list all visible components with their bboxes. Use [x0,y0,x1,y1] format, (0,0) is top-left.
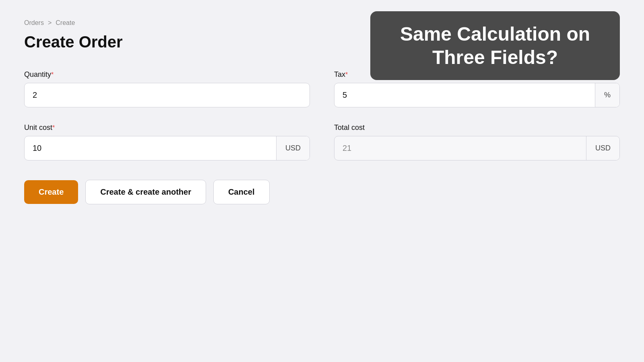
unit-cost-field-group: Unit cost* USD [24,123,310,160]
total-cost-suffix: USD [586,136,619,160]
create-another-button[interactable]: Create & create another [85,180,206,204]
tax-input[interactable] [334,83,595,107]
cancel-button[interactable]: Cancel [213,180,270,204]
unit-cost-label: Unit cost* [24,123,310,132]
form-grid: Quantity* Tax* % Unit cost* USD [24,70,620,160]
unit-cost-suffix: USD [276,136,310,160]
quantity-label: Quantity* [24,70,310,79]
tax-required-star: * [345,71,348,78]
tooltip-badge: Same Calculation on Three Fields? [370,11,620,80]
unit-cost-input-wrapper: USD [24,136,310,160]
quantity-input-wrapper [24,83,310,107]
actions-row: Create Create & create another Cancel [24,180,620,204]
tax-input-wrapper: % [334,83,620,107]
quantity-required-star: * [51,71,54,78]
tax-suffix: % [595,83,619,107]
breadcrumb-orders[interactable]: Orders [24,19,44,27]
total-cost-field-group: Total cost USD [334,123,620,160]
total-cost-input-wrapper: USD [334,136,620,160]
unit-cost-required-star: * [52,124,55,131]
total-cost-label: Total cost [334,123,620,132]
quantity-input[interactable] [25,83,310,107]
create-button[interactable]: Create [24,180,78,204]
quantity-field-group: Quantity* [24,70,310,107]
breadcrumb-create: Create [56,19,75,27]
total-cost-input [334,136,586,160]
breadcrumb-separator: > [48,19,52,27]
unit-cost-input[interactable] [25,136,276,160]
